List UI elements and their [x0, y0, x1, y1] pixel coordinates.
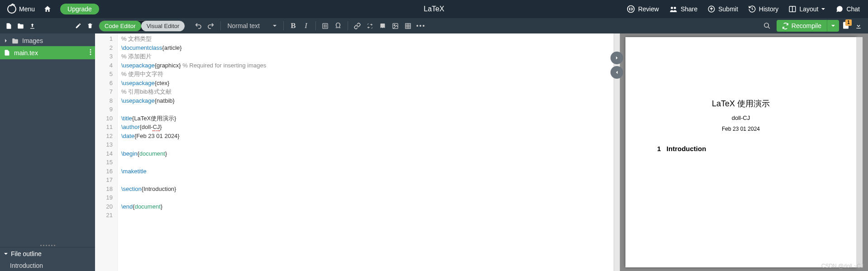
outline-item-introduction[interactable]: Introduction	[0, 260, 95, 271]
undo-icon[interactable]	[192, 20, 204, 32]
logs-button[interactable]: 1	[842, 21, 850, 31]
pdf-scrollbar[interactable]	[856, 37, 863, 267]
folder-images[interactable]: Images	[0, 35, 95, 46]
section-format-select[interactable]: Normal text	[224, 21, 280, 30]
svg-rect-6	[324, 24, 325, 26]
svg-point-11	[394, 24, 396, 26]
log-count-badge: 1	[845, 19, 852, 26]
svg-rect-12	[405, 23, 410, 28]
table-icon[interactable]	[402, 20, 414, 32]
svg-point-1	[671, 7, 673, 9]
pdf-page: LaTeX 使用演示 doll-CJ Feb 23 01 2024 1 Intr…	[625, 37, 856, 267]
share-button[interactable]: Share	[664, 3, 702, 15]
chevron-right-icon	[4, 38, 8, 43]
rename-icon[interactable]	[73, 21, 83, 31]
pane-splitter[interactable]	[614, 33, 620, 271]
file-menu-icon[interactable]	[90, 49, 91, 57]
pdf-section: 1 Introduction	[644, 145, 838, 152]
upgrade-button[interactable]: Upgrade	[60, 4, 99, 14]
file-icon	[4, 49, 10, 56]
overleaf-logo-icon	[7, 5, 16, 14]
project-title: LaTeX	[424, 5, 444, 13]
collapse-right-icon[interactable]	[610, 52, 623, 64]
recompile-dropdown[interactable]	[827, 20, 839, 32]
svg-point-2	[674, 7, 676, 9]
submit-button[interactable]: Submit	[703, 3, 743, 15]
symbol-icon[interactable]: Ω	[332, 20, 344, 32]
recompile-button[interactable]: Recompile	[777, 20, 839, 32]
layout-button[interactable]: Layout	[784, 3, 830, 15]
italic-icon[interactable]: I	[300, 20, 312, 32]
visual-editor-tab[interactable]: Visual Editor	[141, 21, 185, 31]
menu-button[interactable]: Menu	[4, 3, 38, 15]
cite-icon[interactable]	[364, 20, 376, 32]
svg-rect-8	[324, 26, 325, 28]
pdf-preview[interactable]: LaTeX 使用演示 doll-CJ Feb 23 01 2024 1 Intr…	[620, 33, 868, 271]
new-file-icon[interactable]	[4, 21, 14, 31]
watermark: CSDN @doll ~CJ	[821, 263, 863, 269]
chat-button[interactable]: Chat	[831, 3, 864, 15]
folder-icon	[12, 38, 19, 44]
pdf-date: Feb 23 01 2024	[644, 126, 838, 132]
review-button[interactable]: Review	[622, 3, 663, 15]
math-icon[interactable]	[320, 20, 331, 32]
file-label: main.tex	[14, 49, 38, 57]
svg-point-13	[764, 23, 768, 27]
svg-point-0	[627, 6, 634, 13]
redo-icon[interactable]	[205, 20, 217, 32]
resize-handle[interactable]	[0, 243, 95, 247]
bold-icon[interactable]: B	[287, 20, 299, 32]
new-folder-icon[interactable]	[15, 21, 25, 31]
folder-label: Images	[22, 37, 43, 44]
line-gutter: 123456789101112131415161718192021	[95, 33, 118, 271]
file-outline-header[interactable]: File outline	[0, 247, 95, 260]
pdf-author: doll-CJ	[644, 114, 838, 121]
pdf-title: LaTeX 使用演示	[644, 98, 838, 109]
code-editor[interactable]: % 文档类型\documentclass{article}% 添加图片\usep…	[118, 33, 614, 271]
collapse-left-icon[interactable]	[610, 66, 623, 79]
refresh-icon	[782, 23, 789, 29]
chevron-down-icon	[272, 24, 277, 28]
code-editor-tab[interactable]: Code Editor	[99, 21, 141, 31]
figure-icon[interactable]	[390, 20, 401, 32]
delete-icon[interactable]	[85, 21, 95, 31]
menu-label: Menu	[19, 5, 35, 13]
search-icon[interactable]	[761, 20, 773, 32]
svg-point-15	[90, 52, 91, 53]
svg-rect-9	[326, 26, 327, 28]
chevron-down-icon	[4, 252, 8, 256]
ref-icon[interactable]	[377, 20, 389, 32]
svg-rect-7	[326, 24, 327, 26]
upload-icon[interactable]	[27, 21, 37, 31]
chevron-down-icon	[821, 7, 825, 11]
history-button[interactable]: History	[744, 3, 783, 15]
svg-point-16	[90, 54, 91, 55]
home-icon[interactable]	[41, 3, 54, 15]
svg-rect-5	[323, 23, 328, 28]
link-icon[interactable]	[352, 20, 363, 32]
file-main-tex[interactable]: main.tex	[0, 46, 95, 59]
more-icon[interactable]: •••	[415, 20, 427, 32]
download-pdf-icon[interactable]	[853, 20, 864, 32]
svg-point-14	[90, 49, 91, 51]
